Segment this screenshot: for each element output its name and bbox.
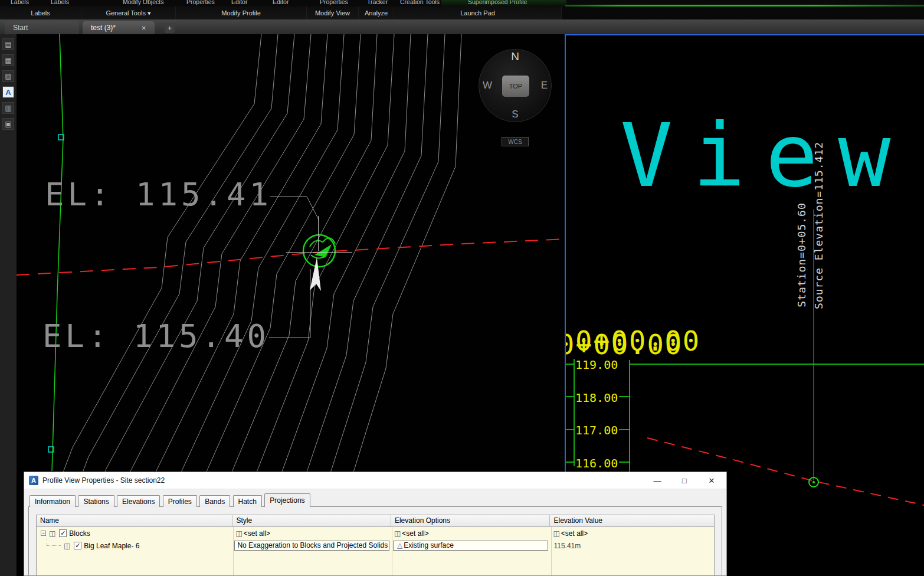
- compass-south[interactable]: S: [512, 109, 518, 120]
- elevation-tick-118: 118.00: [575, 391, 618, 405]
- panel-analyze[interactable]: Analyze: [359, 6, 394, 19]
- palette-icon-2[interactable]: ▦: [2, 54, 14, 66]
- tab-profiles[interactable]: Profiles: [163, 495, 197, 507]
- panel-launch-pad[interactable]: Launch Pad: [394, 6, 562, 19]
- elev-options-set-all[interactable]: <set all>: [402, 529, 428, 538]
- elevation-tick-116: 116.00: [575, 456, 618, 470]
- compass-north[interactable]: N: [511, 50, 519, 63]
- blocks-checkbox[interactable]: ✓: [59, 529, 67, 537]
- table-header-row: Name Style Elevation Options Elevation V…: [37, 515, 714, 527]
- tree-branch-line: [47, 539, 61, 546]
- style-set-all[interactable]: <set all>: [244, 529, 270, 538]
- panel-modify-profile[interactable]: Modify Profile: [176, 6, 307, 19]
- compass-top-face[interactable]: TOP: [502, 76, 529, 97]
- compass-east[interactable]: E: [541, 80, 548, 91]
- block-category-icon: ◫: [49, 529, 55, 538]
- elev-value-set-all-icon: ◫: [553, 529, 559, 538]
- tab-bands[interactable]: Bands: [199, 495, 230, 507]
- view-compass[interactable]: N W E S TOP: [479, 49, 552, 122]
- close-icon[interactable]: ✕: [703, 476, 720, 485]
- tab-elevations[interactable]: Elevations: [117, 495, 160, 507]
- elevation-label-1: EL: 115.41: [45, 176, 272, 213]
- profile-view-title-text: View: [620, 105, 910, 207]
- compass-west[interactable]: W: [483, 80, 492, 91]
- elevation-value-readout: 115.41m: [552, 542, 581, 550]
- pointer-arrow-icon: [310, 257, 321, 291]
- ribbon-button-editor-2[interactable]: Editor: [273, 0, 289, 5]
- ribbon-button-properties-2[interactable]: Properties: [320, 0, 348, 5]
- panel-modify-view[interactable]: Modify View: [307, 6, 359, 19]
- elevation-tick-117: 117.00: [575, 423, 618, 437]
- column-style: Style: [232, 515, 391, 526]
- contextual-tab-green-bar: [565, 5, 924, 6]
- palette-icon-1[interactable]: ▤: [2, 38, 14, 50]
- projections-table: Name Style Elevation Options Elevation V…: [36, 515, 715, 576]
- row-big-leaf-maple-label: Big Leaf Maple- 6: [84, 542, 139, 550]
- dialog-titlebar[interactable]: A Profile View Properties - Site section…: [24, 472, 726, 489]
- palette-icon-3[interactable]: ▨: [2, 70, 14, 82]
- ribbon-panel-row: Labels General Tools ▾ Modify Profile Mo…: [0, 6, 562, 19]
- elevation-tick-119: 119.00: [575, 358, 618, 372]
- station-annotation: Station=0+05.60: [795, 202, 808, 307]
- source-elevation-annotation: Source Elevation=115.412: [812, 142, 825, 309]
- tab-start-label: Start: [13, 24, 28, 32]
- tab-test-3[interactable]: test (3)* ✕: [83, 21, 155, 34]
- palette-icon-5[interactable]: ▥: [2, 102, 14, 114]
- tab-start[interactable]: Start: [5, 21, 79, 34]
- elevation-label-2: EL: 115.40: [42, 318, 270, 355]
- tab-test-3-label: test (3)*: [91, 24, 116, 32]
- style-dropdown-cell[interactable]: No Exaggeration to Blocks and Projected …: [234, 541, 389, 551]
- surface-icon: △: [397, 541, 402, 550]
- column-elev-options: Elevation Options: [391, 515, 551, 526]
- elev-options-set-all-icon: ◫: [394, 529, 401, 538]
- panel-general-tools[interactable]: General Tools ▾: [81, 6, 176, 19]
- new-tab-button[interactable]: +: [165, 23, 175, 33]
- tab-hatch[interactable]: Hatch: [233, 495, 262, 507]
- maximize-icon[interactable]: □: [676, 476, 693, 485]
- ribbon: Labels Labels Modify Objects Properties …: [0, 0, 924, 19]
- palette-icon-6[interactable]: ▣: [2, 118, 14, 130]
- wcs-selector[interactable]: WCS: [502, 137, 529, 146]
- tree-collapse-icon[interactable]: −: [41, 531, 46, 536]
- tree-block-symbol: [303, 235, 335, 267]
- survey-figure-line: [48, 34, 64, 471]
- ribbon-button-editor[interactable]: Editor: [231, 0, 247, 5]
- style-value: No Exaggeration to Blocks and Projected …: [237, 541, 388, 550]
- block-item-icon: ◫: [64, 542, 70, 550]
- table-row-blocks[interactable]: − ◫ ✓ Blocks ◫ <set all> ◫ <set all> ◫ <…: [37, 527, 714, 539]
- elev-options-value: Existing surface: [404, 541, 454, 550]
- close-tab-icon[interactable]: ✕: [136, 25, 146, 31]
- tab-information[interactable]: Information: [30, 495, 76, 507]
- dialog-tab-strip: Information Stations Elevations Profiles…: [30, 493, 311, 507]
- ribbon-button-labels-2[interactable]: Labels: [51, 0, 69, 5]
- section-cut-line: [17, 239, 565, 275]
- app-icon: A: [29, 476, 38, 485]
- column-elev-value: Elevation Value: [550, 515, 714, 526]
- tab-stations[interactable]: Stations: [78, 495, 114, 507]
- dialog-title: Profile View Properties - Site section22: [42, 476, 165, 485]
- row-blocks-label: Blocks: [69, 529, 90, 538]
- ribbon-button-creation-tools[interactable]: Creation Tools: [400, 0, 440, 5]
- ribbon-button-tracker[interactable]: Tracker: [367, 0, 388, 5]
- ribbon-button-modify-objects[interactable]: Modify Objects: [123, 0, 163, 5]
- elev-options-dropdown-cell[interactable]: △ Existing surface: [393, 541, 549, 551]
- ribbon-button-properties[interactable]: Properties: [186, 0, 215, 5]
- docked-palette-strip: ▤ ▦ ▨ A ▥ ▣: [0, 34, 17, 576]
- minimize-icon[interactable]: —: [648, 476, 666, 485]
- contextual-tab-tint: [441, 0, 566, 6]
- big-leaf-maple-checkbox[interactable]: ✓: [74, 542, 81, 549]
- elev-value-set-all[interactable]: <set all>: [561, 529, 588, 538]
- style-set-all-icon: ◫: [235, 529, 242, 538]
- table-row-big-leaf-maple[interactable]: ◫ ✓ Big Leaf Maple- 6 No Exaggeration to…: [37, 539, 714, 552]
- panel-labels[interactable]: Labels: [0, 6, 81, 19]
- drawing-tab-bar: Start test (3)* ✕ +: [0, 19, 924, 34]
- station-axis-label: 0+00.00: [575, 325, 700, 357]
- window-controls: — □ ✕: [639, 476, 720, 485]
- column-name: Name: [37, 515, 232, 526]
- tab-projections[interactable]: Projections: [264, 493, 310, 507]
- profile-view-properties-dialog: A Profile View Properties - Site section…: [24, 472, 727, 576]
- text-palette-icon[interactable]: A: [2, 86, 14, 98]
- ribbon-button-labels[interactable]: Labels: [11, 0, 29, 5]
